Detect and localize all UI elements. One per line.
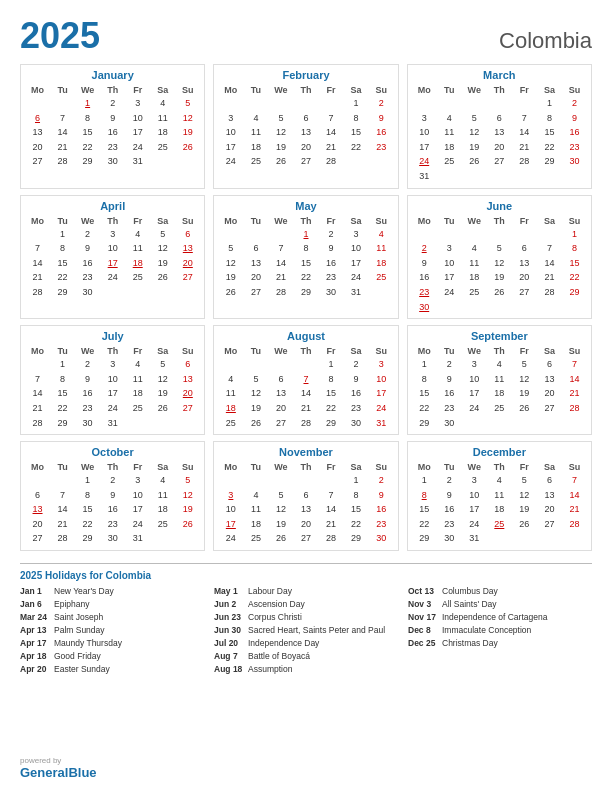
cal-day: 12 <box>268 125 293 140</box>
holiday-item: Jul 20Independence Day <box>214 638 398 649</box>
cal-day: 10 <box>437 256 462 271</box>
cal-day: 24 <box>412 154 437 169</box>
cal-day: 12 <box>218 256 243 271</box>
holiday-name: Assumption <box>248 664 292 675</box>
cal-table: MoTuWeThFrSaSu12345678910111213141516171… <box>218 84 393 169</box>
cal-day: 10 <box>412 125 437 140</box>
holiday-date: Jul 20 <box>214 638 248 649</box>
cal-day: 27 <box>512 285 537 300</box>
cal-day: 11 <box>437 125 462 140</box>
cal-day: 16 <box>562 125 587 140</box>
cal-day: 28 <box>50 531 75 546</box>
cal-day: 31 <box>412 169 437 184</box>
cal-day: 20 <box>268 401 293 416</box>
cal-day <box>268 227 293 242</box>
holiday-date: Apr 20 <box>20 664 54 675</box>
cal-day: 28 <box>562 517 587 532</box>
cal-day: 23 <box>369 140 394 155</box>
cal-day: 15 <box>50 256 75 271</box>
cal-day: 14 <box>50 125 75 140</box>
cal-day: 16 <box>369 502 394 517</box>
day-header: We <box>75 461 100 473</box>
cal-day: 24 <box>100 401 125 416</box>
cal-day: 19 <box>487 270 512 285</box>
cal-day: 20 <box>487 140 512 155</box>
month-block-november: NovemberMoTuWeThFrSaSu123456789101112131… <box>213 441 398 551</box>
cal-day: 1 <box>562 227 587 242</box>
cal-day <box>319 473 344 488</box>
holidays-title: 2025 Holidays for Colombia <box>20 570 592 581</box>
cal-day: 6 <box>512 241 537 256</box>
cal-day: 6 <box>175 357 200 372</box>
cal-day <box>512 531 537 546</box>
cal-day: 22 <box>75 517 100 532</box>
cal-day: 10 <box>125 111 150 126</box>
cal-day: 28 <box>268 285 293 300</box>
cal-day: 19 <box>150 256 175 271</box>
cal-day <box>150 416 175 431</box>
cal-day: 26 <box>487 285 512 300</box>
cal-day: 13 <box>268 386 293 401</box>
cal-day: 7 <box>293 372 318 387</box>
cal-day: 1 <box>293 227 318 242</box>
cal-table: MoTuWeThFrSaSu12345678910111213141516171… <box>218 345 393 430</box>
cal-day: 8 <box>562 241 587 256</box>
cal-day <box>537 169 562 184</box>
cal-day: 8 <box>75 488 100 503</box>
cal-day: 3 <box>437 241 462 256</box>
cal-day: 4 <box>243 488 268 503</box>
cal-day <box>537 531 562 546</box>
cal-day: 27 <box>537 401 562 416</box>
cal-day: 10 <box>125 488 150 503</box>
cal-day: 13 <box>175 241 200 256</box>
cal-day: 20 <box>537 386 562 401</box>
month-title: December <box>412 446 587 458</box>
holiday-date: Apr 18 <box>20 651 54 662</box>
cal-day: 14 <box>50 502 75 517</box>
cal-table: MoTuWeThFrSaSu12345678910111213141516171… <box>412 84 587 184</box>
cal-day: 2 <box>100 96 125 111</box>
cal-day: 15 <box>344 502 369 517</box>
cal-day: 4 <box>150 473 175 488</box>
cal-day: 24 <box>218 531 243 546</box>
holidays-col-1: Jan 1New Year's DayJan 6EpiphanyMar 24Sa… <box>20 586 204 677</box>
cal-day: 7 <box>562 473 587 488</box>
cal-day: 25 <box>462 285 487 300</box>
cal-day: 1 <box>412 473 437 488</box>
cal-day: 5 <box>268 488 293 503</box>
cal-day: 10 <box>100 372 125 387</box>
cal-day <box>50 96 75 111</box>
cal-day: 11 <box>243 502 268 517</box>
cal-day: 25 <box>243 154 268 169</box>
cal-day: 10 <box>218 502 243 517</box>
cal-day: 10 <box>462 488 487 503</box>
cal-day: 6 <box>537 473 562 488</box>
holiday-name: Epiphany <box>54 599 89 610</box>
cal-day: 31 <box>344 285 369 300</box>
holiday-date: Mar 24 <box>20 612 54 623</box>
cal-day: 19 <box>268 517 293 532</box>
day-header: Th <box>487 215 512 227</box>
cal-day: 15 <box>75 125 100 140</box>
cal-day: 16 <box>319 256 344 271</box>
brand-blue: Blue <box>68 765 96 780</box>
cal-day: 18 <box>243 517 268 532</box>
cal-day: 17 <box>462 502 487 517</box>
day-header: Mo <box>218 345 243 357</box>
day-header: Tu <box>437 215 462 227</box>
cal-day: 23 <box>562 140 587 155</box>
day-header: Su <box>175 345 200 357</box>
cal-day: 21 <box>319 517 344 532</box>
cal-day: 4 <box>437 111 462 126</box>
cal-day: 15 <box>537 125 562 140</box>
cal-day: 1 <box>319 357 344 372</box>
cal-day: 14 <box>319 502 344 517</box>
cal-day: 25 <box>150 517 175 532</box>
day-header: We <box>75 345 100 357</box>
cal-day: 21 <box>50 140 75 155</box>
cal-day <box>437 300 462 315</box>
holiday-item: May 1Labour Day <box>214 586 398 597</box>
month-block-july: JulyMoTuWeThFrSaSu1234567891011121314151… <box>20 325 205 435</box>
month-block-january: JanuaryMoTuWeThFrSaSu1234567891011121314… <box>20 64 205 189</box>
cal-day: 9 <box>369 488 394 503</box>
